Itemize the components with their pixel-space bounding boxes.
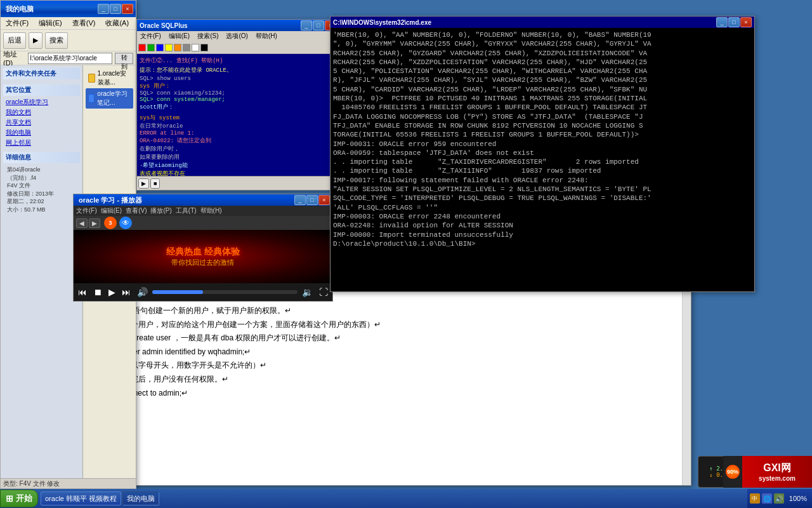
sqlplus-line-conn: SQL> conn xiaoming/s1234; (140, 90, 336, 97)
doc-line-create-user: 创建用户 create user ，一般是具有 dba 权限的用户才可以进行创建… (100, 331, 667, 345)
cmd-maximize-button[interactable]: □ (728, 17, 740, 27)
cmd-title: C:\WINDOWS\system32\cmd.exe (333, 19, 431, 26)
video-volume-button[interactable]: 🔉 (300, 287, 315, 297)
color-white[interactable] (192, 44, 199, 51)
sqlplus-clear-button[interactable]: ■ (150, 178, 160, 189)
video-menu-play[interactable]: 播放(P) (150, 206, 171, 215)
sidebar-link-network[interactable]: 网上邻居 (6, 138, 77, 148)
explorer-minimize-button[interactable]: _ (98, 4, 109, 14)
explorer-menu-file[interactable]: 文件(F) (3, 18, 31, 28)
video-forward-button[interactable]: ▶ (89, 218, 100, 228)
taskbar-tray: 中 🌐 🔊 100% (747, 489, 812, 508)
explorer-close-button[interactable]: × (122, 4, 133, 14)
explorer-forward-button[interactable]: ▶ (29, 32, 43, 49)
start-button[interactable]: ⊞ 开始 (0, 490, 38, 507)
sqlplus-minimize-button[interactable]: _ (301, 20, 312, 30)
color-gray[interactable] (183, 44, 190, 51)
gxi-watermark: GXI网 system.com (742, 456, 812, 488)
sqlplus-error-ora: ERROR at line 1: (140, 130, 336, 137)
video-menu-edit[interactable]: 编辑(E) (101, 206, 122, 215)
cmd-content[interactable]: 'MBER(10, 0), "AA" NUMBER(10, 0), "FOLDE… (331, 28, 754, 291)
cmd-window: C:\WINDOWS\system32\cmd.exe _ □ × 'MBER(… (330, 16, 755, 292)
sqlplus-content[interactable]: 文件①②... 查找(F) 帮助(H) 提示：您不能在此处登录 ORACLE。 … (137, 54, 339, 176)
video-progress-bar[interactable] (152, 290, 298, 294)
video-minimize-button[interactable]: _ (294, 195, 306, 205)
video-mute-button[interactable]: 🔊 (135, 287, 150, 297)
video-play-button[interactable]: ▶ (107, 287, 117, 297)
address-go-button[interactable]: 转到 (115, 53, 133, 64)
down-arrow-icon: ↓ (709, 472, 712, 478)
tray-ime-icon[interactable]: 中 (750, 493, 760, 504)
video-controls-bar: ⏮ ⏹ ▶ ⏭ 🔊 🔉 ⛶ (74, 283, 332, 301)
taskbar-item-video[interactable]: oracle 韩顺平 视频教程 (41, 491, 121, 505)
sqlplus-menubar: 文件(F) 编辑(E) 搜索(S) 选项(O) 帮助(H) (137, 31, 339, 41)
sqlplus-menu-edit[interactable]: 编辑(E) (167, 32, 192, 41)
video-fullscreen-button[interactable]: ⛶ (317, 287, 330, 297)
sqlplus-menu-help[interactable]: 帮助(H) (254, 32, 279, 41)
sqlplus-menu-file[interactable]: 文件(F) (138, 32, 163, 41)
video-menu-help[interactable]: 帮助(H) (200, 206, 222, 215)
doc-line-grant: Grant connect to admin;↵ (100, 387, 667, 401)
taskbar-item-explorer-label: 我的电脑 (127, 494, 155, 504)
sqlplus-hope: ·希望xiaoming能 (140, 161, 336, 170)
doc-line-note: （创建一个用户，对应的给这个用户创建一个方案，里面存储着这个用户的东西）↵ (100, 318, 667, 332)
color-green[interactable] (147, 44, 155, 51)
explorer-maximize-button[interactable]: □ (110, 4, 121, 14)
file-item-oracle-install[interactable]: 1.oracle安装基... (86, 68, 133, 88)
sidebar-link-shared[interactable]: 共享文档 (6, 117, 77, 128)
sqlplus-menu-options[interactable]: 选项(O) (224, 32, 249, 41)
sidebar-details-header[interactable]: 详细信息 (3, 152, 80, 163)
sidebar-link-mycomputer[interactable]: 我的电脑 (6, 128, 77, 138)
video-next-button[interactable]: ⏭ (120, 287, 133, 297)
sidebar-link-oracle[interactable]: oracle系统学习 (6, 97, 77, 107)
explorer-back-button[interactable]: 后退 (3, 32, 26, 49)
sqlplus-window: Oracle SQLPlus _ □ × 文件(F) 编辑(E) 搜索(S) 选… (136, 19, 339, 190)
sqlplus-run-button[interactable]: ▶ (138, 178, 149, 189)
explorer-search-button[interactable]: 搜索 (45, 32, 68, 49)
video-back-button[interactable]: ◀ (76, 218, 88, 228)
sqlplus-error-ora2: ORA-04022: 请您注定会到 (140, 137, 336, 145)
explorer-menu-edit[interactable]: 编辑(E) (36, 18, 65, 28)
video-menu-file[interactable]: 文件(F) (76, 206, 97, 215)
taskbar-item-explorer[interactable]: 我的电脑 (122, 491, 159, 505)
color-black[interactable] (200, 44, 208, 51)
cmd-minimize-button[interactable]: _ (716, 17, 728, 27)
explorer-menu-view[interactable]: 查看(V) (70, 18, 98, 28)
net-circle: 90% (726, 465, 740, 479)
video-close-button[interactable]: × (318, 195, 330, 205)
file-name-oracle-install: 1.oracle安装基... (98, 69, 131, 87)
video-prev-button[interactable]: ⏮ (76, 287, 89, 297)
taskbar-items: oracle 韩顺平 视频教程 我的电脑 (38, 489, 747, 508)
up-arrow-icon: ↑ (709, 465, 712, 472)
explorer-toolbar: 后退 ▶ 搜索 (1, 30, 136, 51)
file-item-oracle-notes[interactable]: oracle学习笔记... (86, 88, 133, 109)
cmd-line-19: SQL_CODE_TYPE = 'INTERPRETED' PLSQL_DEBU… (333, 194, 752, 203)
explorer-menu-fav[interactable]: 收藏(A) (103, 18, 131, 28)
sidebar-locations-header[interactable]: 其它位置 (3, 84, 80, 96)
tray-sound-icon[interactable]: 🔊 (774, 493, 784, 504)
cmd-line-20: 'ALL' PLSQL_CCFLAGS = ''" (333, 203, 752, 212)
video-menu-view[interactable]: 查看(V) (126, 206, 147, 215)
status-text: 类型: F4V 文件 修改 (3, 479, 60, 488)
video-menu-tools[interactable]: 工具(T) (176, 206, 197, 215)
color-blue[interactable] (156, 44, 164, 51)
address-input[interactable] (28, 53, 112, 64)
cmd-line-17: IMP-00017: following statement failed wi… (333, 176, 752, 185)
explorer-menubar: 文件(F) 编辑(E) 查看(V) 收藏(A) (1, 17, 136, 30)
color-orange[interactable] (174, 44, 181, 51)
tray-network-icon[interactable]: 🌐 (762, 493, 772, 504)
sqlplus-bottom-toolbar: ▶ ■ (137, 176, 339, 190)
cmd-line-5: 5 CHAR), "POLICESTATION" VARCHAR2(255 CH… (333, 67, 752, 76)
sqlplus-maximize-button[interactable]: □ (313, 20, 324, 30)
doc-line-no-privs: 但是创建完后，用户没有任何权限。↵ (100, 373, 667, 387)
sqlplus-delete: 在删除用户时， (140, 145, 336, 153)
video-stop-button[interactable]: ⏹ (91, 287, 104, 297)
sidebar-link-mydocs[interactable]: 我的文档 (6, 107, 77, 117)
color-yellow[interactable] (165, 44, 173, 51)
sqlplus-menu-search[interactable]: 搜索(S) (195, 32, 220, 41)
video-maximize-button[interactable]: □ (306, 195, 318, 205)
color-red[interactable] (138, 44, 146, 51)
cmd-close-button[interactable]: × (740, 17, 752, 27)
sidebar-tasks-header[interactable]: 文件和文件夹任务 (3, 68, 80, 79)
cmd-line-15: . . importing table "Z_TAXIDRIVERCARDREG… (333, 157, 752, 166)
